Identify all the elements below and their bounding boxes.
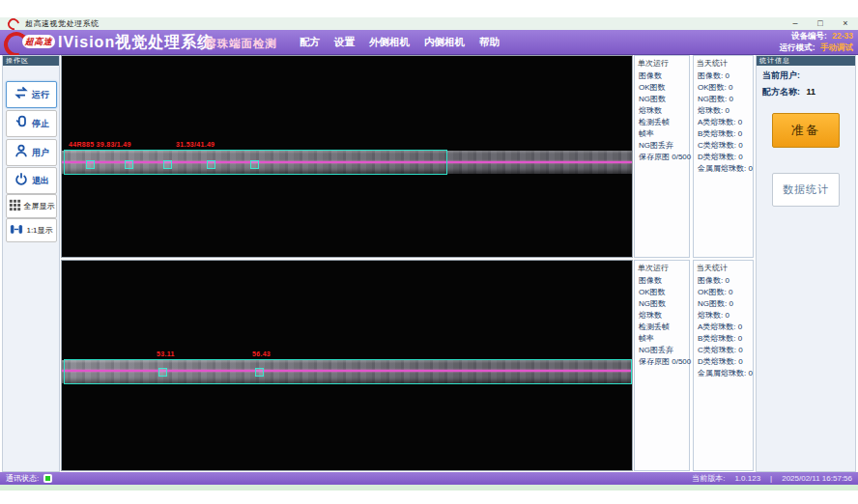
main-menu: 配方设置外侧相机内侧相机帮助 [300,30,500,54]
brand-badge-text: 超高速 [25,36,53,48]
stats-panel-bottom: 单次运行 图像数OK图数NG图数熔珠数检测丢帧帧率NG图丢弃保存原图 0/500… [634,260,754,471]
recipe-label: 配方名称: [762,87,800,97]
stat-row: A类熔珠数: 0 [694,322,753,333]
app-header: 超高速 IVision视觉处理系统 熔珠端面检测 配方设置外侧相机内侧相机帮助 … [0,30,858,55]
single-run-title: 单次运行 [635,261,689,275]
stat-row: 熔珠数: 0 [694,310,753,322]
measurement-annotation: 31.53/41.49 [176,141,214,148]
stat-row: C类熔珠数: 0 [694,345,753,356]
menu-item[interactable]: 帮助 [479,36,500,49]
stat-row: D类熔珠数: 0 [694,356,753,368]
detection-roi-box [64,359,632,384]
menu-item[interactable]: 设置 [334,36,355,49]
stat-row: 熔珠数: 0 [694,105,753,117]
maximize-button[interactable]: □ [814,17,827,30]
comm-status-label: 通讯状态: [6,473,39,484]
run-cycle-icon [14,85,29,104]
detection-box [163,160,172,169]
device-info: 设备编号: 22-33 运行模式: 手动调试 [780,31,853,53]
status-bar: 通讯状态: 当前版本: 1.0.123 | 2025/02/11 16:57:5… [0,472,858,485]
prepare-button[interactable]: 准备 [772,113,840,148]
stat-row: OK图数: 0 [694,287,753,298]
taskbar-strip [0,485,858,490]
menu-item[interactable]: 外侧相机 [369,36,410,49]
device-number-line: 设备编号: 22-33 [780,31,853,42]
stop-button[interactable]: 停止 [6,110,57,137]
user-button-label: 用户 [32,147,49,159]
stat-row: 保存原图 0/500 [635,356,689,368]
status-separator: | [770,474,772,483]
run-mode-line: 运行模式: 手动调试 [780,42,853,54]
stat-row: NG图丢弃 [635,345,689,356]
detection-box [250,160,259,169]
user-icon [14,143,29,162]
fullscreen-button[interactable]: 全屏显示 [6,194,57,218]
stat-row: C类熔珠数: 0 [694,140,753,152]
application-window: 超高速视觉处理系统 – □ × 超高速 IVision视觉处理系统 熔珠端面检测… [0,0,858,504]
window-title: 超高速视觉处理系统 [25,18,100,29]
one-to-one-button[interactable]: 1:1显示 [6,218,57,242]
detection-box [255,368,264,377]
stat-row: A类熔珠数: 0 [694,117,753,128]
run-button-label: 运行 [32,89,49,101]
user-button[interactable]: 用户 [6,139,57,166]
daily-stats-group: 当天统计 图像数: 0OK图数: 0NG图数: 0熔珠数: 0A类熔珠数: 0B… [693,260,754,471]
stat-row: 帧率 [635,128,689,140]
run-mode-value: 手动调试 [820,42,853,52]
stat-row: 金属屑熔珠数: 0 [694,163,753,175]
menu-item[interactable]: 配方 [300,36,320,49]
exit-button-label: 退出 [32,175,49,187]
device-number-value: 22-33 [832,31,853,41]
datetime-value: 2025/02/11 16:57:56 [782,474,852,483]
stat-row: NG图数: 0 [694,298,753,310]
stats-panel-top: 单次运行 图像数OK图数NG图数熔珠数检测丢帧帧率NG图丢弃保存原图 0/500… [634,55,754,258]
single-run-group: 单次运行 图像数OK图数NG图数熔珠数检测丢帧帧率NG图丢弃保存原图 0/500 [634,260,690,471]
single-run-title: 单次运行 [635,56,689,70]
power-icon [14,171,29,190]
operation-panel: 操作区 运行 停止 用户 [2,55,60,472]
brand-badge: 超高速 [22,35,55,48]
run-mode-label: 运行模式: [780,42,815,52]
recipe-value: 11 [807,87,816,97]
window-controls: – □ × [788,17,852,30]
stat-row: 帧率 [635,333,689,345]
run-button[interactable]: 运行 [6,81,57,108]
stat-row: 熔珠数 [635,105,689,117]
camera-viewport-outer: 44R885 39.83/1.49 31.53/41.49 [61,55,633,258]
detection-box [125,160,133,169]
fullscreen-grid-icon [9,198,21,215]
stat-row: OK图数 [635,82,689,94]
statistics-info-panel: 统计信息 当前用户: 配方名称: 11 准备 数据统计 [756,55,856,472]
comm-status-indicator [43,474,52,483]
recipe-line: 配方名称: 11 [757,82,855,98]
one-to-one-icon [10,222,23,239]
daily-stats-title: 当天统计 [694,56,753,70]
single-run-rows: 图像数OK图数NG图数熔珠数检测丢帧帧率NG图丢弃保存原图 0/500 [635,70,689,163]
stat-row: 金属屑熔珠数: 0 [694,368,753,379]
close-button[interactable]: × [839,17,852,30]
current-user-line: 当前用户: [757,66,855,82]
window-titlebar: 超高速视觉处理系统 – □ × [0,17,858,30]
app-subtitle: 熔珠端面检测 [205,37,277,51]
stat-row: 图像数: 0 [694,70,753,82]
menu-item[interactable]: 内侧相机 [424,36,465,49]
measurement-annotation: 44R885 39.83/1.49 [69,141,131,148]
status-bar-right: 当前版本: 1.0.123 | 2025/02/11 16:57:56 [692,472,852,485]
stat-row: B类熔珠数: 0 [694,128,753,140]
stop-button-label: 停止 [32,118,49,130]
stat-row: 图像数 [635,275,689,287]
stat-row: NG图数: 0 [694,94,753,105]
daily-stats-title: 当天统计 [694,261,753,275]
stat-row: D类熔珠数: 0 [694,152,753,163]
exit-button[interactable]: 退出 [6,167,57,194]
data-statistics-button[interactable]: 数据统计 [772,173,840,207]
single-run-rows: 图像数OK图数NG图数熔珠数检测丢帧帧率NG图丢弃保存原图 0/500 [635,275,689,368]
stat-row: 熔珠数 [635,310,689,322]
detection-box [158,368,167,377]
stat-row: NG图数 [635,298,689,310]
stat-row: 图像数 [635,70,689,82]
measurement-annotation: 56.43 [252,350,271,357]
current-user-label: 当前用户: [762,70,800,80]
minimize-button[interactable]: – [788,17,802,30]
stat-row: B类熔珠数: 0 [694,333,753,345]
